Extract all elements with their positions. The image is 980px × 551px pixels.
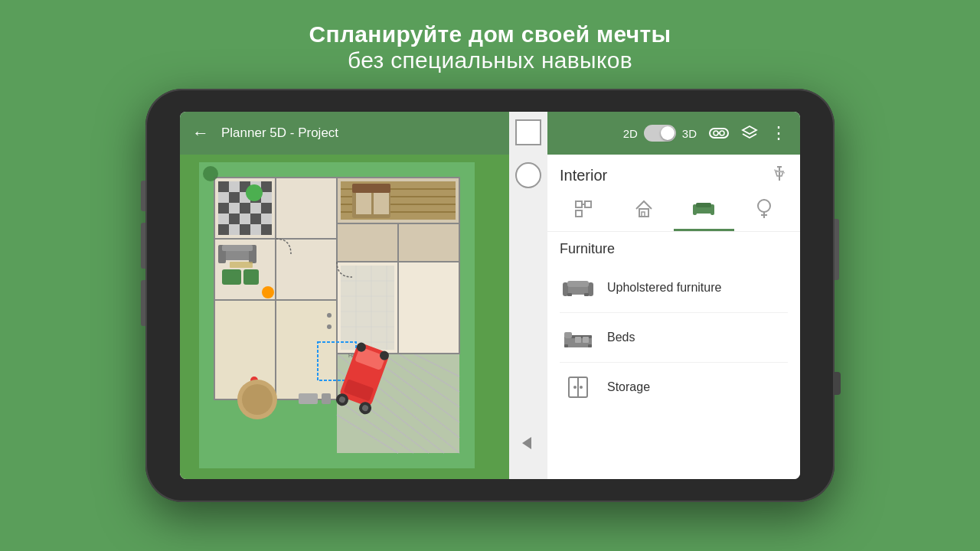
toggle-thumb	[661, 126, 675, 140]
svg-rect-94	[639, 209, 648, 217]
app-title: Planner 5D - Project	[221, 126, 611, 141]
mode-toggle[interactable]: 2D 3D	[623, 125, 697, 142]
storage-icon	[560, 372, 596, 403]
tab-outdoor[interactable]	[734, 192, 795, 231]
svg-rect-42	[218, 181, 229, 192]
svg-rect-54	[261, 224, 272, 235]
list-item-beds[interactable]: Beds	[560, 313, 788, 363]
svg-rect-113	[588, 344, 592, 347]
svg-point-69	[262, 286, 274, 298]
vr-icon-button[interactable]	[709, 126, 729, 140]
svg-point-119	[580, 386, 583, 389]
svg-rect-50	[229, 214, 240, 224]
svg-rect-48	[240, 203, 250, 214]
svg-rect-49	[261, 203, 272, 214]
svg-marker-120	[522, 437, 531, 449]
power-button-right	[835, 219, 839, 280]
svg-rect-60	[243, 269, 259, 285]
tab-furniture[interactable]	[674, 192, 734, 231]
svg-rect-27	[341, 266, 394, 350]
phone-frame: ← Planner 5D - Project 2D 3D	[145, 89, 835, 502]
svg-rect-65	[374, 193, 389, 214]
mode-3d-label: 3D	[682, 127, 697, 140]
svg-rect-105	[588, 282, 593, 296]
svg-rect-44	[261, 181, 272, 192]
edge-tools-panel	[509, 155, 547, 479]
svg-rect-99	[696, 203, 711, 207]
structure-icon	[573, 198, 594, 224]
furniture-section: Furniture	[547, 232, 800, 418]
tab-structure[interactable]	[554, 192, 614, 231]
pin-icon[interactable]	[771, 165, 788, 186]
svg-rect-92	[576, 210, 582, 217]
mode-2d-label: 2D	[623, 127, 638, 140]
more-dots-icon: ⋮	[770, 123, 788, 143]
svg-rect-58	[222, 245, 253, 251]
upholstered-label: Upholstered furniture	[607, 281, 721, 295]
power-button-left	[141, 280, 145, 326]
svg-rect-106	[567, 281, 589, 287]
svg-rect-85	[322, 393, 331, 404]
svg-point-100	[758, 200, 770, 212]
sofa-tab-icon	[691, 198, 716, 223]
svg-point-2	[720, 131, 724, 135]
circle-tool-button[interactable]	[515, 162, 541, 188]
svg-rect-115	[583, 337, 589, 343]
volume-down-button	[141, 223, 145, 269]
page-header: Спланируйте дом своей мечты без специаль…	[309, 21, 671, 73]
bed-icon	[560, 322, 596, 353]
svg-point-1	[714, 131, 718, 135]
back-button[interactable]: ←	[192, 123, 209, 143]
headline-line1: Спланируйте дом своей мечты	[309, 21, 671, 47]
tab-house[interactable]	[614, 192, 675, 231]
svg-rect-52	[218, 224, 229, 235]
svg-rect-59	[222, 269, 241, 285]
svg-point-83	[242, 384, 273, 415]
svg-rect-90	[576, 201, 582, 207]
svg-point-71	[327, 313, 332, 318]
svg-rect-112	[564, 344, 568, 347]
tree-icon	[753, 198, 775, 224]
upholstered-icon	[560, 272, 596, 303]
right-panel: Interior	[547, 155, 800, 479]
svg-rect-47	[218, 203, 229, 214]
list-item-storage[interactable]: Storage	[560, 363, 788, 412]
furniture-section-title: Furniture	[560, 241, 788, 257]
floor-plan-svg: Hall (50.65 ft)	[199, 162, 475, 468]
undo-button[interactable]	[515, 430, 541, 456]
volume-up-button	[141, 181, 145, 211]
svg-rect-45	[229, 192, 240, 203]
svg-rect-84	[299, 393, 318, 404]
app-bar: ← Planner 5D - Project 2D 3D	[180, 112, 800, 155]
svg-rect-108	[584, 293, 589, 296]
panel-title: Interior	[560, 167, 607, 184]
main-content: Hall (50.65 ft)	[180, 155, 800, 479]
camera-button	[835, 372, 841, 395]
toggle-track[interactable]	[644, 125, 676, 142]
svg-rect-64	[356, 193, 371, 214]
svg-rect-51	[250, 214, 261, 224]
more-icon-button[interactable]: ⋮	[770, 123, 788, 143]
svg-rect-61	[230, 262, 253, 268]
svg-point-118	[573, 386, 577, 389]
house-icon	[633, 198, 655, 224]
floor-plan-area[interactable]: Hall (50.65 ft)	[180, 155, 547, 479]
headline-line2: без специальных навыков	[309, 47, 671, 73]
svg-rect-53	[240, 224, 250, 235]
beds-label: Beds	[607, 331, 635, 344]
svg-marker-4	[743, 126, 756, 134]
svg-rect-111	[564, 332, 572, 338]
layers-icon-button[interactable]	[741, 125, 758, 142]
phone-screen: ← Planner 5D - Project 2D 3D	[180, 112, 800, 479]
svg-rect-107	[567, 293, 572, 296]
svg-point-72	[327, 324, 332, 329]
category-tabs	[547, 192, 800, 232]
list-item-upholstered[interactable]: Upholstered furniture	[560, 263, 788, 313]
svg-rect-63	[352, 184, 390, 193]
svg-point-86	[203, 166, 218, 181]
panel-header: Interior	[547, 155, 800, 192]
svg-point-68	[246, 184, 263, 201]
svg-rect-114	[575, 337, 581, 343]
svg-rect-91	[585, 201, 591, 207]
storage-label: Storage	[607, 380, 650, 394]
